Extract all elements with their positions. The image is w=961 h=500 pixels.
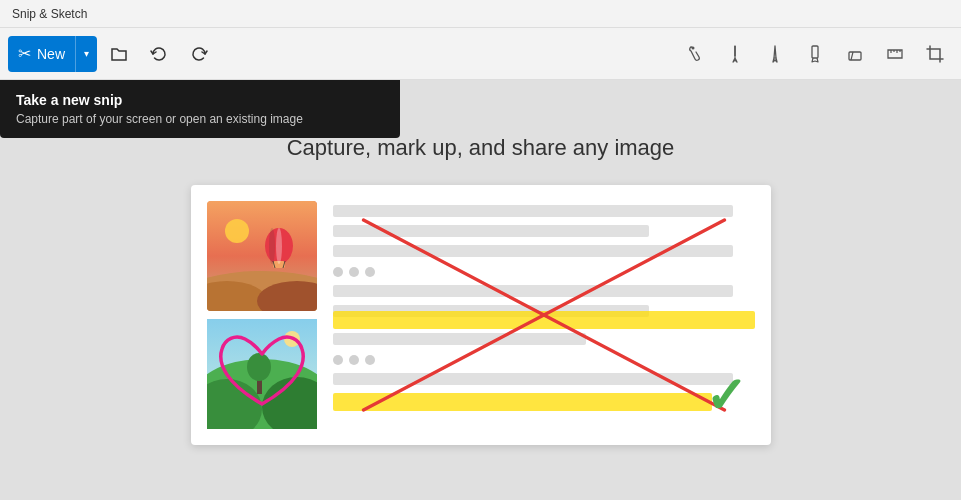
new-button[interactable]: ✂ New <box>8 36 75 72</box>
folder-icon <box>110 45 128 63</box>
toolbar: ✂ New ▾ <box>0 28 961 80</box>
pencil-button[interactable] <box>757 36 793 72</box>
highlighter-button[interactable] <box>797 36 833 72</box>
ballpoint-pen-button[interactable] <box>717 36 753 72</box>
redo-icon <box>190 45 208 63</box>
drawing-tools <box>677 36 953 72</box>
content-line-6 <box>333 333 586 345</box>
crop-icon <box>925 44 945 64</box>
ruler-icon <box>885 44 905 64</box>
app-title: Snip & Sketch <box>12 7 87 21</box>
eraser-icon <box>845 44 865 64</box>
dot-3 <box>365 267 375 277</box>
tooltip-description: Capture part of your screen or open an e… <box>16 112 384 126</box>
highlighter-icon <box>805 44 825 64</box>
svg-point-19 <box>276 228 282 264</box>
svg-point-14 <box>225 219 249 243</box>
tooltip-title: Take a new snip <box>16 92 384 108</box>
chevron-down-icon: ▾ <box>84 48 89 59</box>
dot-2 <box>349 267 359 277</box>
ruler-button[interactable] <box>877 36 913 72</box>
new-button-tooltip: Take a new snip Capture part of your scr… <box>0 80 400 138</box>
highlight-bar-1 <box>333 311 755 329</box>
content-line-1 <box>333 205 734 217</box>
new-button-label: New <box>37 46 65 62</box>
svg-point-20 <box>269 228 275 264</box>
content-line-4 <box>333 285 734 297</box>
svg-line-5 <box>851 52 853 60</box>
scissors-icon: ✂ <box>18 44 31 63</box>
preview-image-top <box>207 201 317 311</box>
preview-images <box>207 201 317 429</box>
eraser-button[interactable] <box>837 36 873 72</box>
svg-point-0 <box>692 46 695 49</box>
content-line-7 <box>333 373 734 385</box>
dots-row-1 <box>333 267 755 277</box>
dot-4 <box>333 355 343 365</box>
touch-icon <box>685 44 705 64</box>
undo-icon <box>150 45 168 63</box>
dot-5 <box>349 355 359 365</box>
balloon-scene-svg <box>207 201 317 311</box>
title-bar: Snip & Sketch <box>0 0 961 28</box>
headline: Capture, mark up, and share any image <box>287 135 675 161</box>
heart-overlay-svg <box>207 319 317 429</box>
new-button-dropdown[interactable]: ▾ <box>75 36 97 72</box>
preview-card: ✓ <box>191 185 771 445</box>
crop-button[interactable] <box>917 36 953 72</box>
content-line-2 <box>333 225 650 237</box>
new-button-group: ✂ New ▾ <box>8 36 97 72</box>
undo-button[interactable] <box>141 36 177 72</box>
redo-button[interactable] <box>181 36 217 72</box>
green-check-mark: ✓ <box>705 371 747 421</box>
preview-image-bottom <box>207 319 317 429</box>
highlight-bar-2 <box>333 393 713 411</box>
preview-content-lines: ✓ <box>333 201 755 429</box>
main-content: Capture, mark up, and share any image <box>0 80 961 500</box>
content-line-3 <box>333 245 734 257</box>
svg-rect-3 <box>812 46 818 58</box>
pencil-icon <box>765 44 785 64</box>
touch-writing-button[interactable] <box>677 36 713 72</box>
ballpoint-icon <box>725 44 745 64</box>
dots-row-2 <box>333 355 755 365</box>
open-button[interactable] <box>101 36 137 72</box>
dot-1 <box>333 267 343 277</box>
dot-6 <box>365 355 375 365</box>
